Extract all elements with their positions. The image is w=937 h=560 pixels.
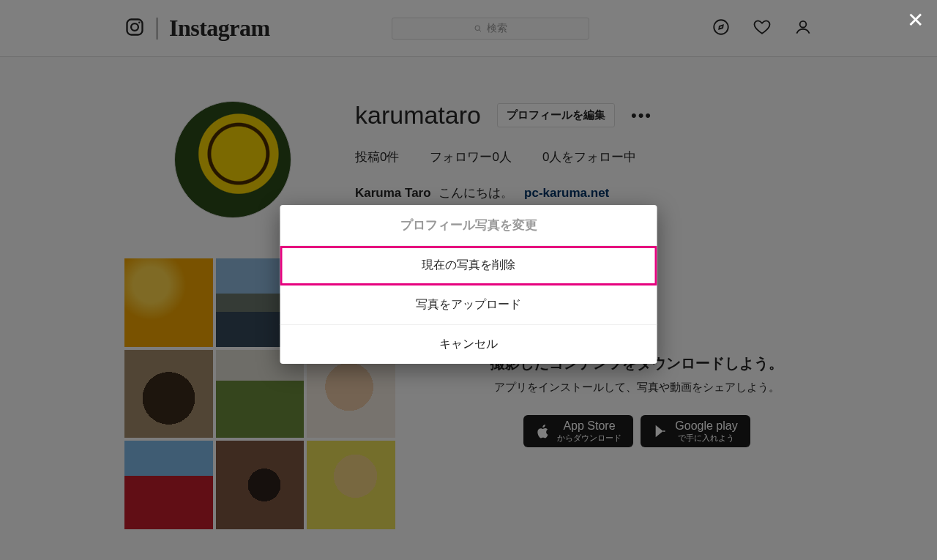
upload-photo-option[interactable]: 写真をアップロード [280,285,657,325]
modal-overlay[interactable]: ✕ プロフィール写真を変更 現在の写真を削除 写真をアップロード キャンセル [0,0,937,560]
cancel-option[interactable]: キャンセル [280,325,657,364]
close-icon[interactable]: ✕ [907,10,924,31]
remove-photo-option[interactable]: 現在の写真を削除 [280,246,657,285]
dialog-title: プロフィール写真を変更 [280,205,657,246]
change-photo-dialog: プロフィール写真を変更 現在の写真を削除 写真をアップロード キャンセル [280,205,657,364]
